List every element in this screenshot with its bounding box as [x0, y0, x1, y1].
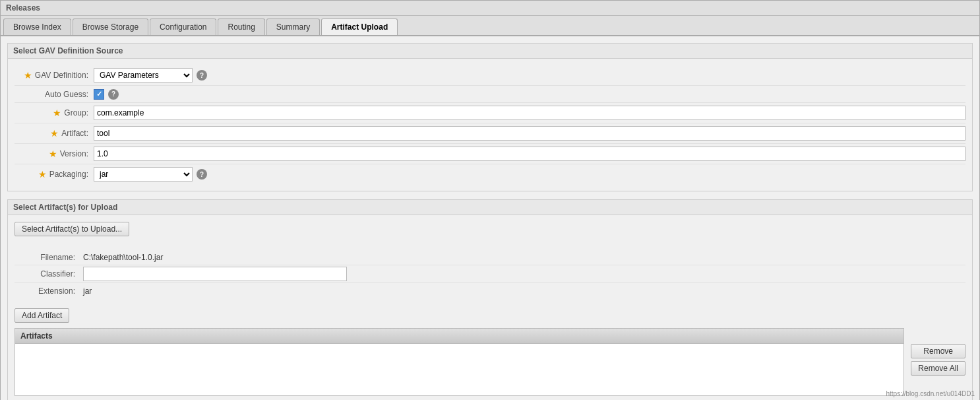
packaging-select[interactable]: jar war ear pom maven-plugin	[94, 167, 193, 182]
artifact-row: ★ Artifact:	[15, 123, 965, 144]
gav-section-body: ★ GAV Definition: GAV Parameters ? Auto …	[8, 59, 972, 191]
add-artifact-wrapper: Add Artifact	[15, 308, 965, 323]
extension-label: Extension:	[15, 286, 80, 296]
select-artifacts-wrapper: Select Artifact(s) to Upload...	[15, 222, 965, 240]
packaging-control: jar war ear pom maven-plugin ?	[94, 167, 965, 182]
version-label: ★ Version:	[15, 149, 94, 159]
artifact-label: ★ Artifact:	[15, 128, 94, 139]
extension-row: Extension: jar	[15, 283, 965, 299]
artifact-section-title: Select Artifact(s) for Upload	[8, 200, 972, 215]
version-row: ★ Version:	[15, 144, 965, 164]
add-artifact-button[interactable]: Add Artifact	[15, 308, 69, 323]
tab-summary[interactable]: Summary	[266, 18, 320, 35]
artifacts-area: Artifacts Remove Remove All	[15, 328, 965, 396]
artifact-upload-section: Select Artifact(s) for Upload Select Art…	[7, 199, 973, 400]
artifacts-box[interactable]	[15, 343, 904, 396]
tab-bar: Browse Index Browse Storage Configuratio…	[1, 16, 979, 36]
classifier-row: Classifier:	[15, 265, 965, 283]
gav-definition-control: GAV Parameters ?	[94, 68, 965, 83]
gav-definition-select[interactable]: GAV Parameters	[94, 68, 193, 83]
version-input[interactable]	[94, 147, 965, 161]
version-control	[94, 147, 965, 161]
gav-definition-row: ★ GAV Definition: GAV Parameters ?	[15, 65, 965, 86]
artifacts-action-buttons: Remove Remove All	[911, 328, 965, 396]
packaging-help-icon[interactable]: ?	[197, 169, 207, 180]
extension-value: jar	[80, 285, 965, 297]
main-content: Select GAV Definition Source ★ GAV Defin…	[1, 36, 979, 400]
tab-browse-storage[interactable]: Browse Storage	[73, 18, 148, 35]
tab-configuration[interactable]: Configuration	[150, 18, 216, 35]
artifact-control	[94, 126, 965, 141]
classifier-control	[80, 265, 965, 283]
artifact-input[interactable]	[94, 126, 965, 141]
filename-row: Filename: C:\fakepath\tool-1.0.jar	[15, 250, 965, 265]
tab-routing[interactable]: Routing	[218, 18, 264, 35]
artifacts-list: Artifacts	[15, 328, 904, 396]
gav-help-icon[interactable]: ?	[197, 70, 207, 81]
filename-value: C:\fakepath\tool-1.0.jar	[80, 251, 965, 263]
auto-guess-label: Auto Guess:	[15, 90, 94, 99]
packaging-row: ★ Packaging: jar war ear pom maven-plugi…	[15, 164, 965, 184]
artifacts-list-header: Artifacts	[15, 328, 904, 343]
required-star-artifact: ★	[50, 128, 59, 139]
group-row: ★ Group:	[15, 103, 965, 123]
classifier-label: Classifier:	[15, 269, 80, 279]
window-title: Releases	[6, 3, 40, 13]
remove-button[interactable]: Remove	[911, 344, 965, 358]
watermark: https://blog.csdn.net/u014DD1	[886, 390, 975, 397]
title-bar: Releases	[1, 1, 979, 16]
auto-guess-row: Auto Guess: ?	[15, 86, 965, 103]
group-input[interactable]	[94, 106, 965, 120]
auto-guess-checkbox[interactable]	[94, 89, 104, 100]
artifact-file-form: Filename: C:\fakepath\tool-1.0.jar Class…	[15, 246, 965, 303]
required-star-group: ★	[53, 108, 61, 118]
tab-artifact-upload[interactable]: Artifact Upload	[321, 18, 398, 35]
main-window: Releases Browse Index Browse Storage Con…	[0, 0, 980, 400]
remove-all-button[interactable]: Remove All	[911, 361, 965, 376]
group-control	[94, 106, 965, 120]
select-artifacts-button[interactable]: Select Artifact(s) to Upload...	[15, 222, 129, 236]
auto-guess-help-icon[interactable]: ?	[108, 89, 119, 100]
auto-guess-control: ?	[94, 89, 965, 100]
group-label: ★ Group:	[15, 108, 94, 118]
required-star-gav: ★	[24, 70, 32, 81]
tab-browse-index[interactable]: Browse Index	[3, 18, 71, 35]
artifact-section-body: Select Artifact(s) to Upload... Filename…	[8, 215, 972, 400]
required-star-version: ★	[49, 149, 57, 159]
gav-section-title: Select GAV Definition Source	[8, 44, 972, 59]
gav-definition-label: ★ GAV Definition:	[15, 70, 94, 81]
filename-label: Filename:	[15, 253, 80, 262]
required-star-packaging: ★	[38, 169, 47, 180]
gav-definition-section: Select GAV Definition Source ★ GAV Defin…	[7, 43, 973, 191]
packaging-label: ★ Packaging:	[15, 169, 94, 180]
classifier-input[interactable]	[83, 267, 347, 281]
